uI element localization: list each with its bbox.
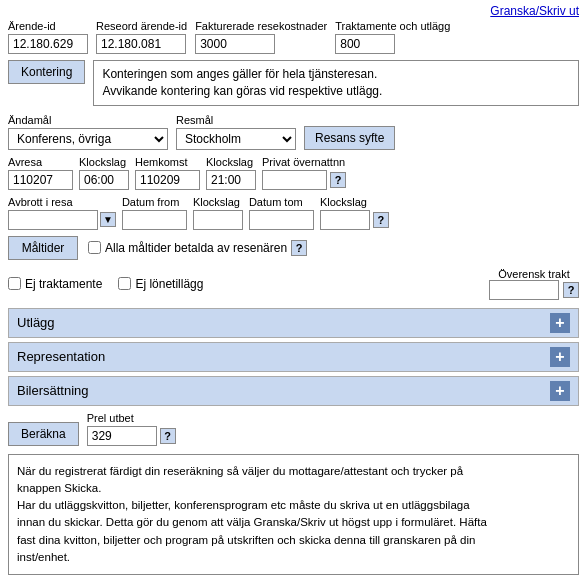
fakturerade-group: Fakturerade resekostnader: [195, 20, 327, 54]
avbrott-group: Avbrott i resa ▼: [8, 196, 116, 230]
avresa-klockslag-label: Klockslag: [79, 156, 129, 168]
reseord-id-input[interactable]: [96, 34, 186, 54]
ej-lonetillagg-checkbox[interactable]: [118, 277, 131, 290]
privat-overnatt-input[interactable]: [262, 170, 327, 190]
fakturerade-label: Fakturerade resekostnader: [195, 20, 327, 32]
hemkomst-klockslag-label: Klockslag: [206, 156, 256, 168]
avbrott-label: Avbrott i resa: [8, 196, 116, 208]
overensk-trakt-label: Överensk trakt: [498, 268, 570, 280]
datum-tom-klockslag-group: Klockslag ?: [320, 196, 389, 230]
datum-from-label: Datum from: [122, 196, 187, 208]
overensk-trakt-input[interactable]: [489, 280, 559, 300]
bilersattning-section-bar[interactable]: Bilersättning +: [8, 376, 579, 406]
avbrott-row: Avbrott i resa ▼ Datum from Klockslag Da…: [8, 196, 579, 230]
datum-from-klockslag-input[interactable]: [193, 210, 243, 230]
utlagg-section-bar[interactable]: Utlägg +: [8, 308, 579, 338]
utlagg-plus-button[interactable]: +: [550, 313, 570, 333]
hemkomst-klockslag-input[interactable]: [206, 170, 256, 190]
kontering-note: Konteringen som anges gäller för hela tj…: [93, 60, 579, 106]
trakt-row: Ej traktamente Ej lönetillägg Överensk t…: [8, 268, 579, 300]
privat-overnatt-group: Privat övernattnn ?: [262, 156, 346, 190]
ej-lonetillagg-label: Ej lönetillägg: [135, 277, 203, 291]
bottom-note: När du registrerat färdigt din reseräkni…: [8, 454, 579, 576]
avbrott-input[interactable]: [8, 210, 98, 230]
representation-section-bar[interactable]: Representation +: [8, 342, 579, 372]
arende-id-label: Ärende-id: [8, 20, 88, 32]
hemkomst-group: Hemkomst: [135, 156, 200, 190]
privat-overnatt-label: Privat övernattnn: [262, 156, 346, 168]
hemkomst-label: Hemkomst: [135, 156, 200, 168]
hemkomst-klockslag-group: Klockslag: [206, 156, 256, 190]
resmal-group: Resmål Stockholm Göteborg Malmö: [176, 114, 296, 150]
andamal-group: Ändamål Konferens, övriga Konferens, int…: [8, 114, 168, 150]
privat-overnatt-help[interactable]: ?: [330, 172, 346, 188]
top-fields-row: Ärende-id Reseord ärende-id Fakturerade …: [8, 20, 579, 54]
avresa-klockslag-group: Klockslag: [79, 156, 129, 190]
arende-id-group: Ärende-id: [8, 20, 88, 54]
datum-tom-klockslag-label: Klockslag: [320, 196, 389, 208]
avresa-input[interactable]: [8, 170, 73, 190]
avresa-group: Avresa: [8, 156, 73, 190]
prel-utbet-label: Prel utbet: [87, 412, 176, 424]
datum-from-klockslag-group: Klockslag: [193, 196, 243, 230]
representation-label: Representation: [17, 349, 105, 364]
alla-maltider-help[interactable]: ?: [291, 240, 307, 256]
prel-utbet-input[interactable]: [87, 426, 157, 446]
traktamente-group: Traktamente och utlägg: [335, 20, 450, 54]
maltider-row: Måltider Alla måltider betalda av resenä…: [8, 236, 579, 260]
overensk-trakt-help[interactable]: ?: [563, 282, 579, 298]
granska-skriv-ut-link[interactable]: Granska/Skriv ut: [490, 4, 579, 18]
berakna-row: Beräkna Prel utbet ?: [8, 412, 579, 446]
bilersattning-label: Bilersättning: [17, 383, 89, 398]
andamal-select[interactable]: Konferens, övriga Konferens, internt Tjä…: [8, 128, 168, 150]
datum-from-group: Datum from: [122, 196, 187, 230]
andamal-resmal-row: Ändamål Konferens, övriga Konferens, int…: [8, 114, 579, 150]
traktamente-label: Traktamente och utlägg: [335, 20, 450, 32]
avresa-label: Avresa: [8, 156, 73, 168]
prel-utbet-help[interactable]: ?: [160, 428, 176, 444]
avbrott-dropdown-arrow[interactable]: ▼: [100, 212, 116, 227]
datum-tom-label: Datum tom: [249, 196, 314, 208]
alla-maltider-checkbox[interactable]: [88, 241, 101, 254]
datum-from-klockslag-label: Klockslag: [193, 196, 243, 208]
kontering-button[interactable]: Kontering: [8, 60, 85, 84]
andamal-label: Ändamål: [8, 114, 168, 126]
alla-maltider-row: Alla måltider betalda av resenären ?: [88, 240, 307, 256]
avresa-hemkomst-row: Avresa Klockslag Hemkomst Klockslag Priv…: [8, 156, 579, 190]
kontering-row: Kontering Konteringen som anges gäller f…: [8, 60, 579, 106]
datum-tom-group: Datum tom: [249, 196, 314, 230]
resans-syfte-button[interactable]: Resans syfte: [304, 126, 395, 150]
hemkomst-input[interactable]: [135, 170, 200, 190]
datum-tom-klockslag-input[interactable]: [320, 210, 370, 230]
ej-traktamente-checkbox[interactable]: [8, 277, 21, 290]
reseord-id-label: Reseord ärende-id: [96, 20, 187, 32]
prel-utbet-group: Prel utbet ?: [87, 412, 176, 446]
ej-lonetillagg-row: Ej lönetillägg: [118, 277, 203, 291]
berakna-button[interactable]: Beräkna: [8, 422, 79, 446]
overensk-inner: ?: [489, 280, 579, 300]
utlagg-label: Utlägg: [17, 315, 55, 330]
maltider-button[interactable]: Måltider: [8, 236, 78, 260]
datum-tom-input[interactable]: [249, 210, 314, 230]
top-link-container: Granska/Skriv ut: [0, 0, 587, 20]
resmal-select[interactable]: Stockholm Göteborg Malmö: [176, 128, 296, 150]
resmal-label: Resmål: [176, 114, 296, 126]
alla-maltider-label: Alla måltider betalda av resenären: [105, 241, 287, 255]
bilersattning-plus-button[interactable]: +: [550, 381, 570, 401]
representation-plus-button[interactable]: +: [550, 347, 570, 367]
avresa-klockslag-input[interactable]: [79, 170, 129, 190]
fakturerade-input[interactable]: [195, 34, 275, 54]
arende-id-input[interactable]: [8, 34, 88, 54]
ej-traktamente-label: Ej traktamente: [25, 277, 102, 291]
overensk-trakt-group: Överensk trakt ?: [489, 268, 579, 300]
traktamente-input[interactable]: [335, 34, 395, 54]
ej-traktamente-row: Ej traktamente: [8, 277, 102, 291]
reseord-id-group: Reseord ärende-id: [96, 20, 187, 54]
datum-tom-klockslag-help[interactable]: ?: [373, 212, 389, 228]
datum-from-input[interactable]: [122, 210, 187, 230]
